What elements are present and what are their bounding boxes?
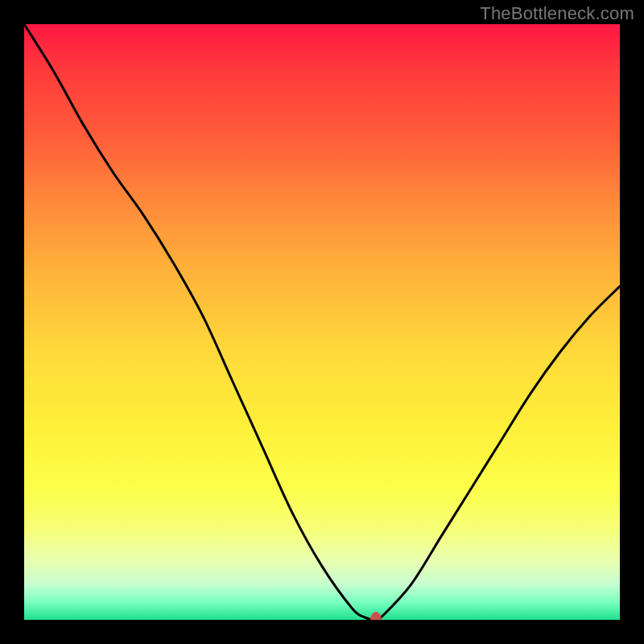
chart-curve: [24, 24, 620, 620]
watermark-text: TheBottleneck.com: [480, 3, 634, 24]
chart-plot-area: [24, 24, 620, 620]
